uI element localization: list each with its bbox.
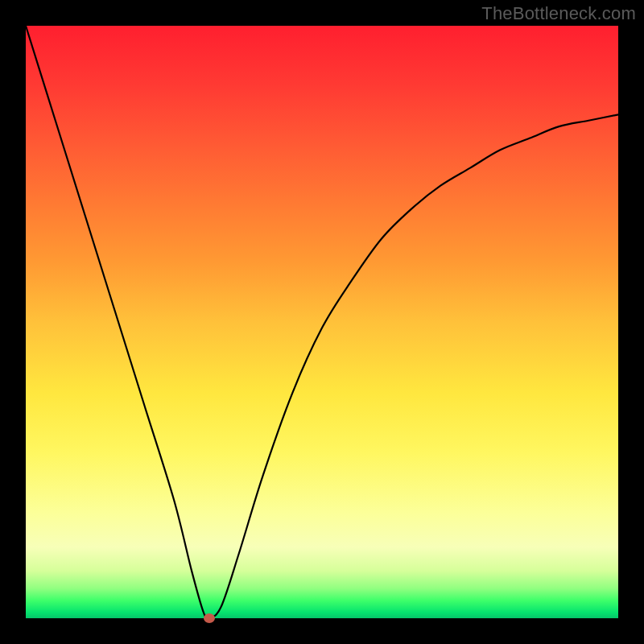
chart-frame: TheBottleneck.com (0, 0, 644, 644)
bottleneck-curve (26, 26, 618, 618)
curve-path (26, 26, 618, 619)
watermark-text: TheBottleneck.com (481, 3, 636, 24)
plot-area (26, 26, 618, 618)
optimal-point-marker (204, 613, 215, 623)
